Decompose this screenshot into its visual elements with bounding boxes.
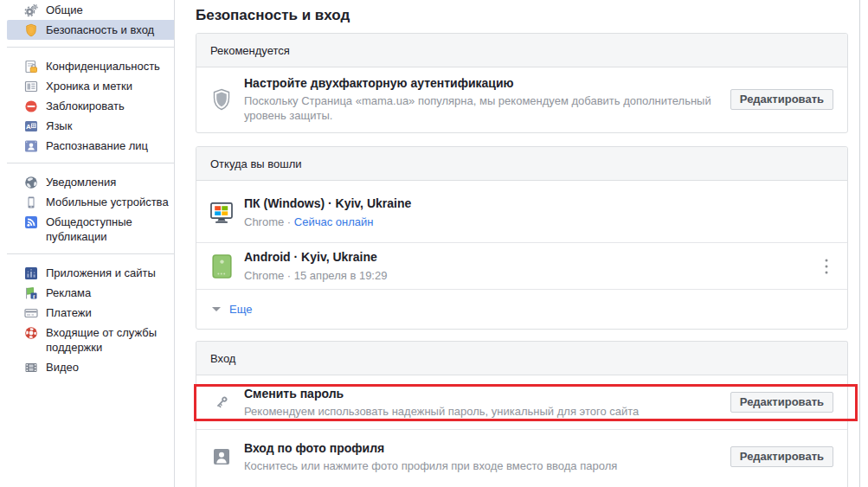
android-phone-icon [210,254,233,279]
login-card: Вход Сменить пароль Рекомендуем использо… [196,341,848,487]
sidebar-item-timeline-tagging[interactable]: Хроника и метки [7,76,174,96]
privacy-lock-icon [24,60,38,74]
face-recognition-icon [24,139,38,153]
sidebar-item-label: Приложения и сайты [46,266,170,280]
sidebar-item-general[interactable]: Общие [7,0,174,20]
recommended-card: Рекомендуется Настройте двухфакторную ау… [196,33,848,133]
sidebar-item-label: Реклама [46,285,170,300]
sidebar-item-ads[interactable]: f Реклама [7,283,174,303]
sidebar-item-label: Входящие от службы поддержки [46,325,170,355]
shield-badge-icon [24,23,38,37]
sidebar-item-face-recognition[interactable]: Распознавание лиц [7,136,174,156]
public-posts-icon [24,215,38,229]
sidebar-item-label: Видео [46,360,170,375]
change-password-row: Сменить пароль Рекомендуем использовать … [196,375,847,429]
where-logged-in-card: Откуда вы вошли ПК (Windows) · Kyiv, Ukr… [196,146,848,330]
edit-two-factor-button[interactable]: Редактировать [730,89,833,110]
sidebar-item-label: Мобильные устройства [46,195,170,209]
language-icon: A [24,119,38,133]
see-more-expander[interactable]: Еще [196,289,847,329]
ads-icon: f [24,286,38,300]
session-row-windows: ПК (Windows) · Kyiv, Ukraine Chrome · Се… [196,181,847,242]
sidebar-divider [7,253,174,254]
page-title: Безопасность и вход [196,5,848,26]
sidebar-item-label: Общие [46,3,170,17]
content-right-border [859,0,860,487]
sidebar-item-label: Распознавание лиц [46,138,170,153]
login-section-header: Вход [196,342,847,375]
sidebar-item-payments[interactable]: Платежи [7,303,174,323]
mobile-device-icon [24,195,38,209]
sidebar-item-support-inbox[interactable]: Входящие от службы поддержки [7,323,174,357]
support-lifering-icon [24,326,38,340]
sidebar-item-label: Язык [46,119,170,133]
shield-outline-icon [210,88,233,111]
two-factor-row: Настройте двухфакторную аутентификацию П… [196,67,847,132]
profile-photo-icon [210,448,233,465]
session-row-android: Android · Kyiv, Ukraine Chrome · 15 апре… [196,242,847,289]
active-now-link[interactable]: Сейчас онлайн [294,215,374,228]
svg-text:A: A [26,123,31,131]
photo-login-description: Коснитесь или нажмите фото профиля при в… [244,458,713,473]
sidebar-item-label: Общедоступные публикации [46,215,170,244]
sidebar-item-videos[interactable]: Видео [7,357,174,377]
timeline-icon [24,80,38,93]
photo-login-title: Вход по фото профиля [244,440,713,457]
sidebar-item-mobile[interactable]: Мобильные устройства [7,192,174,212]
session-android-title: Android · Kyiv, Ukraine [244,249,809,266]
where-logged-in-section-header: Откуда вы вошли [196,147,847,181]
settings-main-panel: Безопасность и вход Рекомендуется Настро… [196,0,848,487]
sidebar-item-label: Безопасность и вход [46,22,170,37]
edit-photo-login-button[interactable]: Редактировать [730,446,833,467]
sidebar-item-apps-websites[interactable]: Приложения и сайты [7,263,174,283]
gears-icon [24,3,38,17]
video-icon [24,361,38,375]
photo-login-row: Вход по фото профиля Коснитесь или нажми… [196,429,847,487]
see-more-link[interactable]: Еще [229,303,252,316]
change-password-description: Рекомендуем использовать надежный пароль… [244,404,713,419]
caret-down-icon [212,307,221,311]
sidebar-item-privacy[interactable]: Конфиденциальность [7,56,174,76]
sidebar-item-notifications[interactable]: Уведомления [7,172,174,192]
key-icon [210,394,233,410]
payments-icon [24,306,38,320]
edit-password-button[interactable]: Редактировать [730,392,833,413]
sidebar-divider [7,47,174,48]
two-factor-title: Настройте двухфакторную аутентификацию [244,75,713,92]
sidebar-divider [7,163,174,163]
windows-pc-icon [210,202,233,224]
globe-icon [24,176,38,189]
sidebar-item-label: Платежи [46,305,170,320]
sidebar-item-label: Конфиденциальность [46,59,170,74]
sidebar-item-security-login[interactable]: Безопасность и вход [7,20,174,40]
session-windows-title: ПК (Windows) · Kyiv, Ukraine [244,195,833,212]
two-factor-description: Поскольку Страница «mama.ua» популярна, … [244,93,713,123]
sidebar-item-public-posts[interactable]: Общедоступные публикации [7,212,174,247]
session-android-meta: Chrome · 15 апреля в 19:29 [244,268,809,283]
change-password-title: Сменить пароль [244,386,713,402]
settings-sidebar: Общие Безопасность и вход Конфиденциальн… [0,0,175,487]
sidebar-item-language[interactable]: A Язык [7,116,174,136]
block-icon [24,99,38,113]
session-windows-browser: Chrome · [244,215,294,228]
recommended-section-header: Рекомендуется [196,34,847,67]
sidebar-item-label: Уведомления [46,175,170,189]
kebab-menu-icon[interactable] [820,257,833,276]
sidebar-item-blocking[interactable]: Заблокировать [7,96,174,116]
apps-icon [24,266,38,280]
sidebar-item-label: Хроника и метки [46,79,170,93]
sidebar-item-label: Заблокировать [46,99,170,113]
